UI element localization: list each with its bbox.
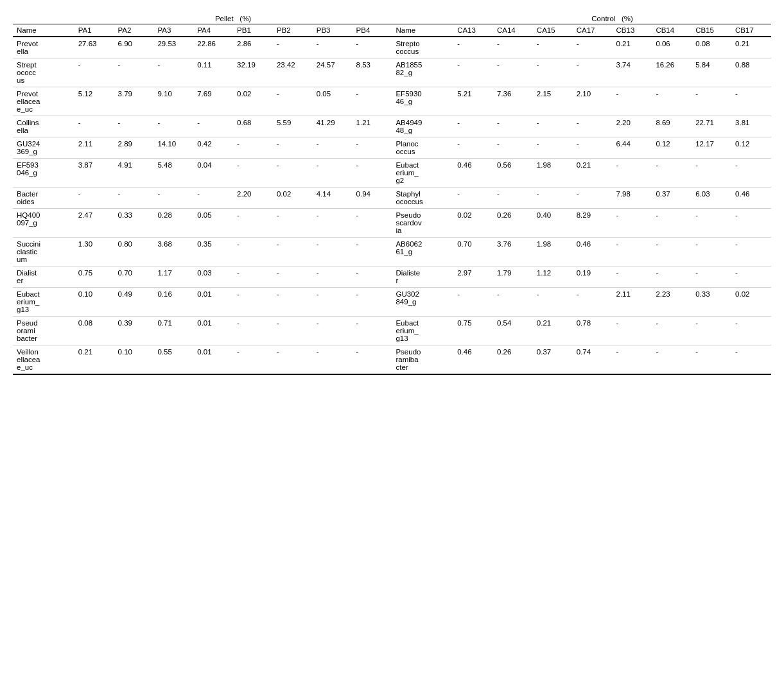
pellet-val-cell: - — [74, 58, 114, 87]
pellet-val-cell: - — [313, 137, 353, 159]
control-val-cell: - — [573, 58, 613, 87]
control-val-cell: 5.21 — [453, 87, 493, 116]
control-val-cell: - — [573, 288, 613, 317]
pellet-val-cell: 7.69 — [193, 87, 233, 116]
pellet-val-cell: 0.08 — [74, 317, 114, 345]
pellet-val-cell: 29.53 — [153, 37, 193, 58]
pellet-val-cell: - — [313, 345, 353, 375]
control-name-cell: Planoc occus — [392, 137, 453, 159]
pellet-val-cell: 8.53 — [353, 58, 392, 87]
control-name-cell: Dialiste r — [392, 266, 453, 288]
pellet-val-cell: 0.35 — [193, 238, 233, 266]
control-name-cell: Eubact erium_ g2 — [392, 159, 453, 187]
pellet-val-cell: - — [193, 187, 233, 209]
control-val-cell: 0.08 — [692, 37, 731, 58]
pellet-val-cell: 2.11 — [74, 137, 114, 159]
control-val-cell: 6.44 — [613, 137, 652, 159]
table-row: EF593 046_g3.874.915.480.04----Eubact er… — [13, 159, 771, 187]
control-val-cell: 1.98 — [533, 238, 573, 266]
pellet-val-cell: 23.42 — [273, 58, 313, 87]
control-val-cell: - — [493, 137, 533, 159]
control-val-cell: - — [533, 58, 573, 87]
control-name-cell: Pseudo scardov ia — [392, 209, 453, 238]
control-val-cell: - — [613, 345, 652, 375]
control-name-cell: AB1855 82_g — [392, 58, 453, 87]
control-name-cell: GU302 849_g — [392, 288, 453, 317]
control-name-cell: Pseudo ramiba cter — [392, 345, 453, 375]
pellet-val-cell: - — [233, 317, 273, 345]
pellet-val-cell: - — [233, 159, 273, 187]
control-val-cell: 0.33 — [692, 288, 731, 317]
pellet-val-cell: - — [313, 266, 353, 288]
pellet-val-cell: 2.89 — [114, 137, 154, 159]
pellet-val-cell: 0.55 — [153, 345, 193, 375]
control-val-cell: 0.78 — [573, 317, 613, 345]
col-pa2: PA2 — [114, 24, 154, 37]
control-val-cell: - — [731, 266, 771, 288]
pellet-val-cell: - — [273, 209, 313, 238]
pellet-name-cell: EF593 046_g — [13, 159, 74, 187]
control-val-cell: 0.06 — [652, 37, 692, 58]
control-val-cell: - — [533, 37, 573, 58]
control-group-header: Control (%) — [453, 13, 771, 24]
pellet-name-cell: GU324 369_g — [13, 137, 74, 159]
pellet-val-cell: 5.48 — [153, 159, 193, 187]
table-row: Strept ococc us---0.1132.1923.4224.578.5… — [13, 58, 771, 87]
table-body: Prevot ella27.636.9029.5322.862.86---Str… — [13, 37, 771, 374]
control-val-cell: - — [533, 288, 573, 317]
control-val-cell: 2.23 — [652, 288, 692, 317]
col-pa4: PA4 — [193, 24, 233, 37]
control-val-cell: - — [613, 266, 652, 288]
pellet-val-cell: - — [114, 116, 154, 137]
pellet-name-cell: Prevot ella — [13, 37, 74, 58]
pellet-val-cell: 0.28 — [153, 209, 193, 238]
control-val-cell: 0.21 — [613, 37, 652, 58]
pellet-val-cell: 0.70 — [114, 266, 154, 288]
pellet-val-cell: 0.02 — [273, 187, 313, 209]
control-val-cell: 7.36 — [493, 87, 533, 116]
pellet-val-cell: - — [353, 317, 392, 345]
pellet-val-cell: - — [153, 187, 193, 209]
control-val-cell: 0.46 — [453, 159, 493, 187]
control-val-cell: 0.12 — [731, 137, 771, 159]
col-ca15: CA15 — [533, 24, 573, 37]
pellet-val-cell: - — [153, 116, 193, 137]
pellet-val-cell: 5.59 — [273, 116, 313, 137]
pellet-val-cell: 0.33 — [114, 209, 154, 238]
pellet-val-cell: - — [273, 266, 313, 288]
pellet-name-cell: HQ400 097_g — [13, 209, 74, 238]
pellet-val-cell: 4.91 — [114, 159, 154, 187]
pellet-val-cell: 0.11 — [193, 58, 233, 87]
pellet-val-cell: - — [273, 317, 313, 345]
control-val-cell: 0.37 — [533, 345, 573, 375]
control-val-cell: - — [493, 116, 533, 137]
pellet-val-cell: 41.29 — [313, 116, 353, 137]
pellet-name-cell: Succini clastic um — [13, 238, 74, 266]
control-val-cell: - — [493, 58, 533, 87]
control-val-cell: 2.10 — [573, 87, 613, 116]
control-val-cell: 3.74 — [613, 58, 652, 87]
pellet-val-cell: 0.80 — [114, 238, 154, 266]
control-val-cell: - — [493, 37, 533, 58]
control-val-cell: 0.46 — [731, 187, 771, 209]
pellet-val-cell: 0.02 — [233, 87, 273, 116]
control-val-cell: - — [692, 87, 731, 116]
control-val-cell: - — [731, 87, 771, 116]
control-val-cell: - — [453, 187, 493, 209]
pellet-val-cell: 0.71 — [153, 317, 193, 345]
col-pa1: PA1 — [74, 24, 114, 37]
control-val-cell: 2.15 — [533, 87, 573, 116]
control-val-cell: - — [613, 209, 652, 238]
control-val-cell: - — [573, 116, 613, 137]
pellet-val-cell: - — [233, 137, 273, 159]
pellet-val-cell: - — [74, 187, 114, 209]
control-val-cell: 0.46 — [453, 345, 493, 375]
control-val-cell: - — [652, 87, 692, 116]
col-pb3: PB3 — [313, 24, 353, 37]
pellet-val-cell: 3.87 — [74, 159, 114, 187]
col-ca17: CA17 — [573, 24, 613, 37]
pellet-val-cell: 0.68 — [233, 116, 273, 137]
pellet-name-cell: Prevot ellacea e_uc — [13, 87, 74, 116]
col-pb1: PB1 — [233, 24, 273, 37]
pellet-val-cell: 3.68 — [153, 238, 193, 266]
